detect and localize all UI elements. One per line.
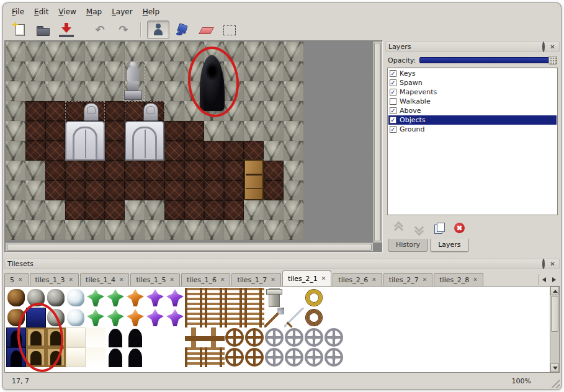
tile-wheel_gray[interactable] [264,347,284,367]
tile-fence_h[interactable] [185,308,205,327]
map-tile[interactable] [45,180,65,200]
map-tile[interactable] [105,220,125,240]
map-tile[interactable] [6,61,25,81]
tile-arch_black[interactable] [105,347,125,367]
map-tile[interactable] [105,141,125,161]
map-tile[interactable] [105,101,125,121]
map-tile[interactable] [224,121,244,141]
map-tile[interactable] [164,61,184,81]
close-panel-button[interactable]: ✕ [548,43,557,51]
map-tile[interactable] [105,61,125,81]
tab-close-icon[interactable]: ✕ [119,277,124,283]
tile-crystal_green[interactable] [105,308,125,327]
undo-button[interactable]: ↶ [89,20,111,39]
map-tile[interactable] [85,61,105,81]
tile-wheel_gray[interactable] [304,327,324,347]
map-tile[interactable] [45,121,65,141]
map-tile[interactable] [125,220,145,240]
tab-close-icon[interactable]: ✕ [18,277,23,283]
tile-fence_h[interactable] [205,288,225,308]
map-tile[interactable] [85,180,105,200]
tileset-tab-tiles_2_6[interactable]: tiles_2_6✕ [333,273,382,286]
map-viewport[interactable] [6,42,373,243]
tileset-tab-tiles_1_3[interactable]: tiles_1_3✕ [30,273,79,286]
map-tile[interactable] [105,42,125,61]
tile-fence_h[interactable] [244,308,264,327]
map-tile[interactable] [244,101,264,121]
scroll-tabs-left-icon[interactable] [540,274,549,285]
tile-wheel_gray[interactable] [304,347,324,367]
tab-layers[interactable]: Layers [430,239,468,252]
map-tile[interactable] [25,180,45,200]
tile-ring_gold[interactable] [304,288,324,308]
layer-visibility-checkbox[interactable]: ✓ [390,107,396,114]
tileset-tab-tiles_2_1[interactable]: tiles_2_1✕ [282,270,331,286]
tab-history[interactable]: History [388,239,428,252]
map-tile[interactable] [65,220,85,240]
tile-rope_brown[interactable] [304,308,324,327]
map-tile[interactable] [105,121,125,141]
map-tile[interactable] [164,161,184,180]
tab-close-icon[interactable]: ✕ [68,277,73,283]
map-tile[interactable] [6,101,25,121]
map-tile[interactable] [184,180,204,200]
map-tile[interactable] [284,42,303,61]
map-tile[interactable] [6,42,25,61]
tile-arch_black[interactable] [125,327,145,347]
layer-row-objects[interactable]: ✓Objects [388,115,557,125]
map-tile[interactable] [204,180,224,200]
tab-close-icon[interactable]: ✕ [169,277,174,283]
tileset-tab-tiles_1_4[interactable]: tiles_1_4✕ [80,273,129,286]
map-tile[interactable] [6,200,25,220]
map-tile[interactable] [145,61,164,81]
tile-tile_fade[interactable] [86,327,105,347]
tile-wheel_gray[interactable] [284,347,304,367]
map-tile[interactable] [264,61,284,81]
layer-row-mapevents[interactable]: ✓Mapevents [388,87,557,97]
float-panel-button[interactable] [539,260,547,268]
map-tile[interactable] [204,220,224,240]
map-tile[interactable] [224,200,244,220]
menu-layer[interactable]: Layer [107,6,137,17]
map-tile[interactable] [164,141,184,161]
tile-shovel[interactable] [264,308,284,327]
map-tile[interactable] [284,101,303,121]
tile-rock_brown[interactable] [6,288,26,308]
map-tile[interactable] [244,200,264,220]
tile-fence_x[interactable] [205,327,225,347]
map-tile[interactable] [85,42,105,61]
map-tile[interactable] [65,180,85,200]
map-tile[interactable] [65,161,85,180]
tile-wheel_brown[interactable] [244,327,264,347]
tileset-tab-tiles_1_7[interactable]: tiles_1_7✕ [231,273,280,286]
layer-visibility-checkbox[interactable]: ✓ [390,89,396,96]
map-tile[interactable] [125,200,145,220]
map-tile[interactable] [25,81,45,101]
map-tile[interactable] [264,161,284,180]
map-tile[interactable] [284,61,303,81]
map-tile[interactable] [145,161,164,180]
map-tile[interactable] [184,220,204,240]
select-tool-button[interactable] [218,20,240,39]
map-tile[interactable] [244,220,264,240]
tile-sword[interactable] [284,308,304,327]
scroll-tabs-right-icon[interactable] [549,274,558,285]
map-tile[interactable] [6,180,25,200]
map-tile[interactable] [264,141,284,161]
map-tile[interactable] [25,42,45,61]
map-tile[interactable] [85,81,105,101]
scroll-up-icon[interactable] [550,287,559,295]
tab-close-icon[interactable]: ✕ [372,277,377,283]
tile-crystal_purple[interactable] [145,288,165,308]
map-tile[interactable] [284,220,303,240]
tab-close-icon[interactable]: ✕ [423,277,427,283]
layer-row-keys[interactable]: ✓Keys [388,69,557,78]
map-tile[interactable] [6,220,25,240]
save-file-button[interactable] [55,20,78,39]
tile-crystal_green[interactable] [86,308,105,327]
tileset-tab-tiles_1_5[interactable]: tiles_1_5✕ [130,273,179,286]
stamp-tool-button[interactable] [147,20,169,39]
map-tile[interactable] [284,200,303,220]
map-tile[interactable] [164,42,184,61]
map-tile[interactable] [264,180,284,200]
